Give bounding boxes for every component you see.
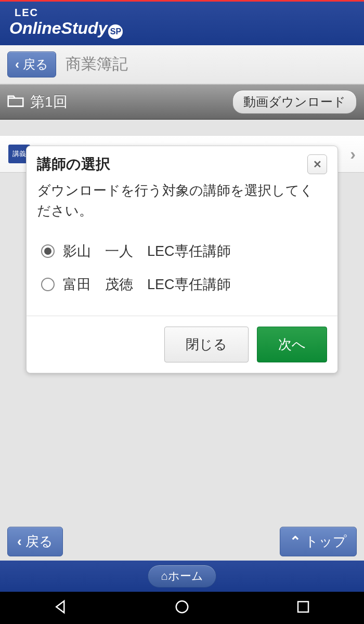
- logo-lec: LEC: [15, 7, 355, 19]
- android-system-nav: [0, 592, 364, 624]
- svg-point-0: [176, 601, 188, 613]
- dialog-close-action-button[interactable]: 閉じる: [164, 327, 249, 362]
- home-bar: ⌂ホーム: [0, 561, 364, 592]
- instructor-option-label: 影山 一人 LEC専任講師: [63, 242, 231, 261]
- chevron-right-icon: ›: [350, 145, 356, 164]
- dialog-description: ダウンロードを行う対象の講師を選択してください。: [37, 180, 327, 221]
- back-button[interactable]: 戻る: [7, 51, 56, 77]
- back-button-label: 戻る: [23, 57, 48, 71]
- folder-icon: [7, 94, 24, 110]
- section-title: 第1回: [30, 92, 68, 112]
- download-button-label: 動画ダウンロード: [243, 95, 346, 109]
- logo-sp-badge: SP: [108, 24, 123, 39]
- close-button-label: 閉じる: [186, 336, 227, 352]
- home-button-label: ホーム: [168, 569, 203, 582]
- home-button[interactable]: ⌂ホーム: [148, 565, 216, 588]
- android-home-icon[interactable]: [174, 599, 190, 617]
- footer-nav: 戻る トップ: [0, 519, 364, 564]
- radio-icon: [41, 244, 55, 258]
- instructor-option-label: 富田 茂徳 LEC専任講師: [63, 275, 231, 294]
- app-logo: LEC OnlineStudySP: [9, 7, 355, 39]
- subheader: 戻る 商業簿記: [0, 45, 364, 84]
- footer-back-button[interactable]: 戻る: [7, 527, 63, 556]
- instructor-option-0[interactable]: 影山 一人 LEC専任講師: [37, 235, 327, 268]
- dialog-title: 講師の選択: [37, 154, 110, 174]
- home-icon: ⌂: [161, 569, 167, 582]
- android-recent-icon[interactable]: [295, 599, 311, 617]
- android-back-icon[interactable]: [53, 599, 69, 617]
- app-header: LEC OnlineStudySP: [0, 2, 364, 45]
- instructor-select-dialog: 講師の選択 ✕ ダウンロードを行う対象の講師を選択してください。 影山 一人 L…: [26, 146, 338, 373]
- footer-top-button[interactable]: トップ: [280, 527, 357, 556]
- radio-icon: [41, 278, 55, 291]
- video-download-button[interactable]: 動画ダウンロード: [232, 90, 357, 114]
- logo-main: OnlineStudy: [9, 19, 107, 37]
- dialog-next-button[interactable]: 次へ: [257, 327, 327, 362]
- section-bar: 第1回 動画ダウンロード: [0, 84, 364, 120]
- breadcrumb: 商業簿記: [66, 54, 128, 75]
- next-button-label: 次へ: [278, 336, 306, 352]
- instructor-option-1[interactable]: 富田 茂徳 LEC専任講師: [37, 268, 327, 301]
- dialog-close-button[interactable]: ✕: [307, 154, 327, 174]
- footer-back-label: 戻る: [25, 534, 53, 549]
- svg-rect-1: [298, 602, 308, 612]
- footer-top-label: トップ: [305, 534, 347, 549]
- close-icon: ✕: [313, 159, 322, 170]
